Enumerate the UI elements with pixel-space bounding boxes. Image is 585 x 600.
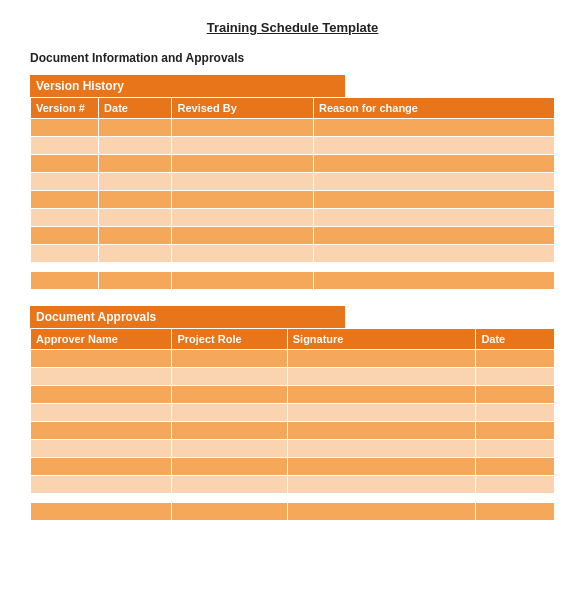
ap-col-date: Date <box>476 329 555 350</box>
version-history-header-row: Version # Date Revised By Reason for cha… <box>31 98 555 119</box>
document-approvals-table: Approver Name Project Role Signature Dat… <box>30 328 555 521</box>
document-approvals-section: Document Approvals Approver Name Project… <box>30 306 555 521</box>
table-row <box>31 155 555 173</box>
doc-info-label: Document Information and Approvals <box>30 51 555 65</box>
table-row-empty <box>31 272 555 290</box>
page-title: Training Schedule Template <box>30 20 555 35</box>
version-history-header: Version History <box>30 75 345 97</box>
table-row <box>31 440 555 458</box>
table-row <box>31 209 555 227</box>
ap-col-role: Project Role <box>172 329 287 350</box>
table-row <box>31 173 555 191</box>
vh-col-revised: Revised By <box>172 98 313 119</box>
table-row <box>31 191 555 209</box>
table-row <box>31 368 555 386</box>
table-row <box>31 458 555 476</box>
table-row <box>31 422 555 440</box>
version-history-table: Version # Date Revised By Reason for cha… <box>30 97 555 290</box>
table-row <box>31 119 555 137</box>
spacer-row <box>31 494 555 503</box>
spacer-row <box>31 263 555 272</box>
table-row <box>31 350 555 368</box>
table-row <box>31 245 555 263</box>
vh-col-reason: Reason for change <box>313 98 554 119</box>
document-approvals-header: Document Approvals <box>30 306 345 328</box>
table-row-empty <box>31 503 555 521</box>
vh-col-date: Date <box>99 98 172 119</box>
ap-col-name: Approver Name <box>31 329 172 350</box>
approvals-header-row: Approver Name Project Role Signature Dat… <box>31 329 555 350</box>
table-row <box>31 137 555 155</box>
table-row <box>31 386 555 404</box>
table-row <box>31 227 555 245</box>
table-row <box>31 476 555 494</box>
table-row <box>31 404 555 422</box>
ap-col-signature: Signature <box>287 329 476 350</box>
version-history-section: Version History Version # Date Revised B… <box>30 75 555 290</box>
vh-col-version: Version # <box>31 98 99 119</box>
